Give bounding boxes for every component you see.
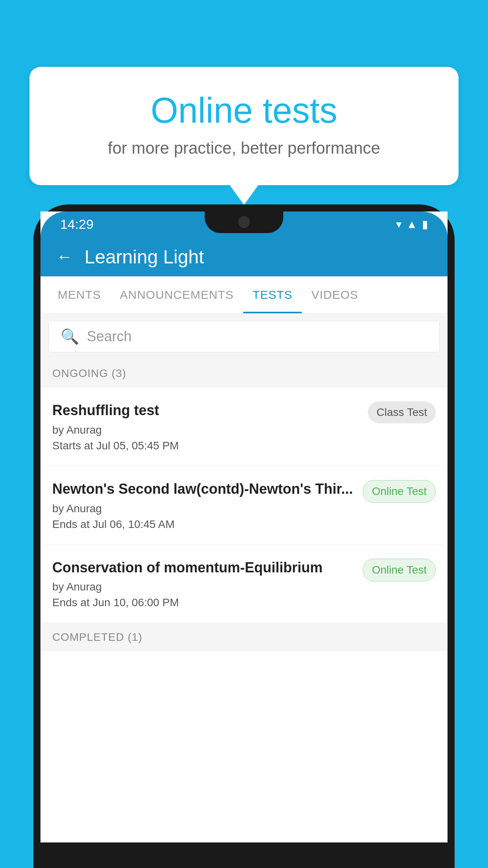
test-item-author: by Anurag — [52, 502, 355, 515]
app-header: ← Learning Light — [40, 237, 448, 276]
test-item-info: Newton's Second law(contd)-Newton's Thir… — [52, 480, 355, 531]
wifi-icon: ▾ — [396, 218, 402, 231]
speech-bubble: Online tests for more practice, better p… — [29, 67, 459, 185]
test-badge-class: Class Test — [368, 401, 436, 423]
test-item-time: Ends at Jul 06, 10:45 AM — [52, 518, 355, 531]
back-button[interactable]: ← — [56, 247, 73, 266]
phone-camera — [238, 216, 250, 228]
completed-section-label: COMPLETED (1) — [40, 623, 448, 651]
battery-icon: ▮ — [422, 218, 428, 231]
test-badge-online: Online Test — [363, 480, 436, 503]
search-placeholder: Search — [87, 328, 132, 345]
test-item-time: Ends at Jun 10, 06:00 PM — [52, 596, 355, 609]
tab-videos[interactable]: VIDEOS — [302, 276, 367, 313]
test-item-info: Conservation of momentum-Equilibrium by … — [52, 559, 355, 609]
test-item-name: Reshuffling test — [52, 401, 360, 420]
test-item-author: by Anurag — [52, 424, 360, 436]
test-list: Reshuffling test by Anurag Starts at Jul… — [40, 388, 448, 842]
status-icons: ▾ ▲ ▮ — [396, 218, 428, 231]
test-item[interactable]: Newton's Second law(contd)-Newton's Thir… — [40, 466, 448, 545]
test-item-author: by Anurag — [52, 581, 355, 593]
test-item[interactable]: Reshuffling test by Anurag Starts at Jul… — [40, 388, 448, 466]
test-badge-online: Online Test — [363, 559, 436, 581]
tab-ments[interactable]: MENTS — [48, 276, 110, 313]
phone-container: 14:29 ▾ ▲ ▮ ← Learning Light MENTS ANNOU… — [33, 204, 455, 868]
test-item-name: Newton's Second law(contd)-Newton's Thir… — [52, 480, 355, 498]
ongoing-section-label: ONGOING (3) — [40, 359, 448, 388]
app-title: Learning Light — [84, 246, 204, 268]
bubble-title: Online tests — [61, 90, 427, 131]
test-item-info: Reshuffling test by Anurag Starts at Jul… — [52, 401, 360, 452]
test-item-time: Starts at Jul 05, 05:45 PM — [52, 440, 360, 452]
phone-screen: 14:29 ▾ ▲ ▮ ← Learning Light MENTS ANNOU… — [40, 211, 448, 842]
bubble-subtitle: for more practice, better performance — [61, 139, 427, 158]
test-item[interactable]: Conservation of momentum-Equilibrium by … — [40, 545, 448, 623]
status-time: 14:29 — [60, 217, 94, 232]
search-container: 🔍 Search — [40, 314, 448, 359]
phone-notch — [205, 211, 283, 233]
tabs-bar: MENTS ANNOUNCEMENTS TESTS VIDEOS — [40, 276, 448, 314]
search-bar[interactable]: 🔍 Search — [48, 321, 440, 352]
tab-tests[interactable]: TESTS — [243, 276, 302, 313]
tab-announcements[interactable]: ANNOUNCEMENTS — [110, 276, 243, 313]
search-icon: 🔍 — [61, 328, 79, 345]
test-item-name: Conservation of momentum-Equilibrium — [52, 559, 355, 577]
phone-frame: 14:29 ▾ ▲ ▮ ← Learning Light MENTS ANNOU… — [33, 204, 455, 868]
signal-icon: ▲ — [406, 218, 417, 231]
